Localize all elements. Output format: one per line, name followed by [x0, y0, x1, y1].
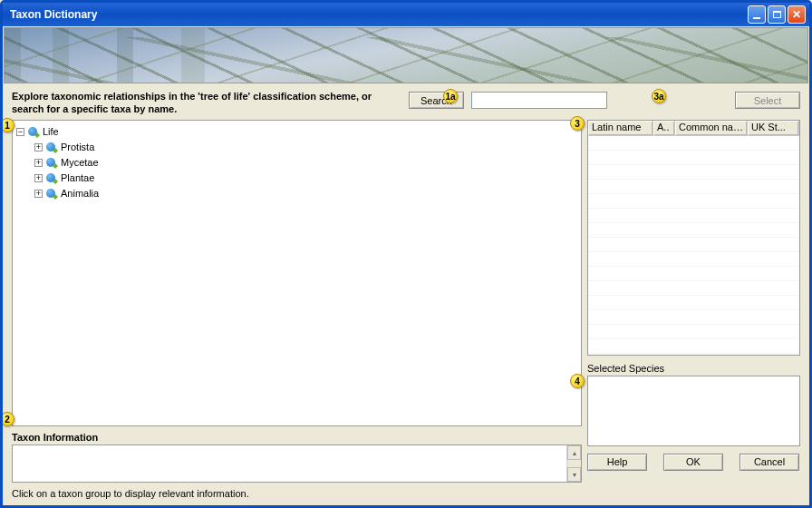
left-column: − Life + Protista + Mycetae — [12, 120, 582, 500]
grid-col-common[interactable]: Common name — [675, 121, 748, 135]
banner-image — [4, 27, 808, 83]
tree-label: Life — [43, 126, 59, 137]
titlebar-buttons: ✕ — [748, 5, 806, 24]
scroll-up-icon[interactable]: ▴ — [567, 445, 581, 460]
instruction-text: Explore taxonomic relationships in the '… — [12, 91, 401, 116]
minimize-button[interactable] — [748, 5, 766, 24]
tree-item-animalia[interactable]: + Animalia — [34, 186, 577, 201]
annotation-3a: 3a — [652, 89, 666, 103]
taxon-icon — [45, 171, 58, 184]
help-button[interactable]: Help — [587, 454, 647, 471]
annotation-2: 2 — [0, 412, 14, 426]
selected-species-header: Selected Species — [587, 363, 800, 374]
grid-col-author[interactable]: A.. — [653, 121, 675, 135]
expand-icon[interactable]: + — [34, 159, 43, 167]
maximize-button[interactable] — [768, 5, 786, 24]
taxon-icon — [45, 156, 58, 169]
top-row: Explore taxonomic relationships in the '… — [12, 91, 800, 116]
taxon-icon — [27, 125, 40, 138]
tree-item-mycetae[interactable]: + Mycetae — [34, 155, 577, 171]
tree-label: Protista — [61, 142, 94, 152]
expand-icon[interactable]: + — [34, 190, 43, 198]
right-column: Latin name A.. Common name UK St... Sele… — [587, 120, 800, 500]
results-grid[interactable]: Latin name A.. Common name UK St... — [587, 120, 800, 356]
tree-label: Plantae — [61, 172, 94, 183]
dialog-buttons: Help OK Cancel — [587, 454, 800, 471]
taxon-info-header: Taxon Information — [12, 432, 582, 443]
annotation-1a: 1a — [443, 89, 458, 103]
taxon-icon — [45, 141, 58, 153]
content-area: Explore taxonomic relationships in the '… — [3, 83, 809, 504]
grid-body[interactable] — [588, 136, 799, 355]
annotation-3: 3 — [570, 116, 585, 131]
ok-button[interactable]: OK — [663, 454, 723, 471]
tree-label: Mycetae — [61, 157, 99, 168]
tree-item-protista[interactable]: + Protista — [34, 140, 577, 155]
tree-item-plantae[interactable]: + Plantae — [34, 171, 577, 186]
grid-col-latin[interactable]: Latin name — [588, 121, 653, 135]
select-button[interactable]: Select — [735, 92, 800, 109]
taxon-info-hint: Click on a taxon group to display releva… — [12, 488, 582, 499]
collapse-icon[interactable]: − — [16, 128, 24, 136]
scroll-down-icon[interactable]: ▾ — [567, 467, 581, 482]
expand-icon[interactable]: + — [34, 143, 43, 151]
annotation-1: 1 — [0, 118, 14, 132]
search-input[interactable] — [471, 92, 607, 109]
tree-item-life[interactable]: − Life — [16, 124, 577, 140]
taxon-info-box[interactable]: ▴ ▾ — [12, 444, 582, 483]
window-title: Taxon Dictionary — [10, 8, 97, 21]
taxon-icon — [45, 187, 58, 200]
grid-col-status[interactable]: UK St... — [748, 121, 799, 135]
titlebar: Taxon Dictionary ✕ — [3, 3, 809, 26]
selected-species-box[interactable] — [587, 376, 800, 446]
taxon-tree[interactable]: − Life + Protista + Mycetae — [12, 120, 582, 427]
grid-header: Latin name A.. Common name UK St... — [588, 121, 799, 136]
scrollbar[interactable]: ▴ ▾ — [566, 445, 581, 482]
cancel-button[interactable]: Cancel — [740, 454, 799, 471]
tree-label: Animalia — [61, 188, 99, 199]
annotation-4: 4 — [570, 374, 585, 388]
expand-icon[interactable]: + — [34, 174, 43, 182]
close-button[interactable]: ✕ — [788, 5, 806, 24]
